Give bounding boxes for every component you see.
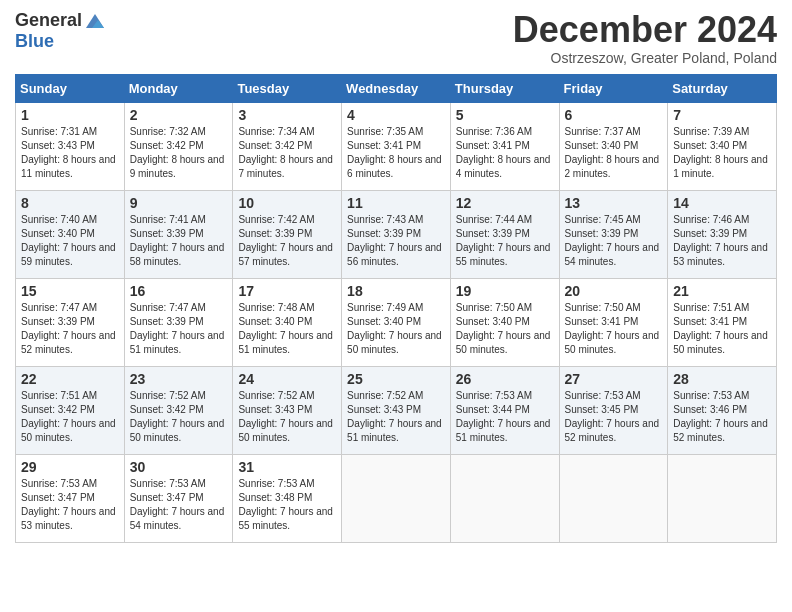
weekday-header: Wednesday (342, 74, 451, 102)
calendar-cell: 15Sunrise: 7:47 AMSunset: 3:39 PMDayligh… (16, 278, 125, 366)
weekday-header: Saturday (668, 74, 777, 102)
cell-details: Sunrise: 7:45 AMSunset: 3:39 PMDaylight:… (565, 213, 663, 269)
day-number: 20 (565, 283, 663, 299)
day-number: 21 (673, 283, 771, 299)
cell-details: Sunrise: 7:50 AMSunset: 3:40 PMDaylight:… (456, 301, 554, 357)
day-number: 16 (130, 283, 228, 299)
day-number: 15 (21, 283, 119, 299)
calendar-cell: 24Sunrise: 7:52 AMSunset: 3:43 PMDayligh… (233, 366, 342, 454)
cell-details: Sunrise: 7:53 AMSunset: 3:47 PMDaylight:… (21, 477, 119, 533)
day-number: 8 (21, 195, 119, 211)
cell-details: Sunrise: 7:48 AMSunset: 3:40 PMDaylight:… (238, 301, 336, 357)
month-title: December 2024 (513, 10, 777, 50)
calendar-table: SundayMondayTuesdayWednesdayThursdayFrid… (15, 74, 777, 543)
day-number: 19 (456, 283, 554, 299)
cell-details: Sunrise: 7:43 AMSunset: 3:39 PMDaylight:… (347, 213, 445, 269)
cell-details: Sunrise: 7:37 AMSunset: 3:40 PMDaylight:… (565, 125, 663, 181)
cell-details: Sunrise: 7:36 AMSunset: 3:41 PMDaylight:… (456, 125, 554, 181)
calendar-cell: 7Sunrise: 7:39 AMSunset: 3:40 PMDaylight… (668, 102, 777, 190)
calendar-cell: 18Sunrise: 7:49 AMSunset: 3:40 PMDayligh… (342, 278, 451, 366)
cell-details: Sunrise: 7:34 AMSunset: 3:42 PMDaylight:… (238, 125, 336, 181)
calendar-cell: 31Sunrise: 7:53 AMSunset: 3:48 PMDayligh… (233, 454, 342, 542)
calendar-week-row: 8Sunrise: 7:40 AMSunset: 3:40 PMDaylight… (16, 190, 777, 278)
cell-details: Sunrise: 7:47 AMSunset: 3:39 PMDaylight:… (130, 301, 228, 357)
title-block: December 2024 Ostrzeszow, Greater Poland… (513, 10, 777, 66)
day-number: 30 (130, 459, 228, 475)
calendar-cell: 27Sunrise: 7:53 AMSunset: 3:45 PMDayligh… (559, 366, 668, 454)
cell-details: Sunrise: 7:53 AMSunset: 3:46 PMDaylight:… (673, 389, 771, 445)
cell-details: Sunrise: 7:32 AMSunset: 3:42 PMDaylight:… (130, 125, 228, 181)
page-header: General Blue December 2024 Ostrzeszow, G… (15, 10, 777, 66)
weekday-header: Thursday (450, 74, 559, 102)
day-number: 6 (565, 107, 663, 123)
cell-details: Sunrise: 7:44 AMSunset: 3:39 PMDaylight:… (456, 213, 554, 269)
cell-details: Sunrise: 7:52 AMSunset: 3:42 PMDaylight:… (130, 389, 228, 445)
day-number: 26 (456, 371, 554, 387)
calendar-cell: 9Sunrise: 7:41 AMSunset: 3:39 PMDaylight… (124, 190, 233, 278)
day-number: 2 (130, 107, 228, 123)
calendar-cell: 5Sunrise: 7:36 AMSunset: 3:41 PMDaylight… (450, 102, 559, 190)
cell-details: Sunrise: 7:53 AMSunset: 3:47 PMDaylight:… (130, 477, 228, 533)
calendar-week-row: 22Sunrise: 7:51 AMSunset: 3:42 PMDayligh… (16, 366, 777, 454)
weekday-header: Sunday (16, 74, 125, 102)
calendar-cell (342, 454, 451, 542)
calendar-cell: 14Sunrise: 7:46 AMSunset: 3:39 PMDayligh… (668, 190, 777, 278)
calendar-cell: 11Sunrise: 7:43 AMSunset: 3:39 PMDayligh… (342, 190, 451, 278)
cell-details: Sunrise: 7:39 AMSunset: 3:40 PMDaylight:… (673, 125, 771, 181)
cell-details: Sunrise: 7:51 AMSunset: 3:41 PMDaylight:… (673, 301, 771, 357)
weekday-header: Monday (124, 74, 233, 102)
day-number: 28 (673, 371, 771, 387)
day-number: 7 (673, 107, 771, 123)
day-number: 22 (21, 371, 119, 387)
calendar-cell: 13Sunrise: 7:45 AMSunset: 3:39 PMDayligh… (559, 190, 668, 278)
weekday-header: Tuesday (233, 74, 342, 102)
cell-details: Sunrise: 7:40 AMSunset: 3:40 PMDaylight:… (21, 213, 119, 269)
calendar-cell: 26Sunrise: 7:53 AMSunset: 3:44 PMDayligh… (450, 366, 559, 454)
calendar-cell: 12Sunrise: 7:44 AMSunset: 3:39 PMDayligh… (450, 190, 559, 278)
weekday-header: Friday (559, 74, 668, 102)
cell-details: Sunrise: 7:53 AMSunset: 3:48 PMDaylight:… (238, 477, 336, 533)
calendar-cell: 30Sunrise: 7:53 AMSunset: 3:47 PMDayligh… (124, 454, 233, 542)
day-number: 14 (673, 195, 771, 211)
logo: General Blue (15, 10, 106, 52)
cell-details: Sunrise: 7:50 AMSunset: 3:41 PMDaylight:… (565, 301, 663, 357)
logo-blue: Blue (15, 31, 54, 51)
calendar-week-row: 1Sunrise: 7:31 AMSunset: 3:43 PMDaylight… (16, 102, 777, 190)
cell-details: Sunrise: 7:31 AMSunset: 3:43 PMDaylight:… (21, 125, 119, 181)
day-number: 4 (347, 107, 445, 123)
calendar-cell: 22Sunrise: 7:51 AMSunset: 3:42 PMDayligh… (16, 366, 125, 454)
calendar-cell: 20Sunrise: 7:50 AMSunset: 3:41 PMDayligh… (559, 278, 668, 366)
calendar-cell: 17Sunrise: 7:48 AMSunset: 3:40 PMDayligh… (233, 278, 342, 366)
calendar-cell (559, 454, 668, 542)
day-number: 3 (238, 107, 336, 123)
cell-details: Sunrise: 7:35 AMSunset: 3:41 PMDaylight:… (347, 125, 445, 181)
calendar-cell: 4Sunrise: 7:35 AMSunset: 3:41 PMDaylight… (342, 102, 451, 190)
day-number: 17 (238, 283, 336, 299)
calendar-cell: 21Sunrise: 7:51 AMSunset: 3:41 PMDayligh… (668, 278, 777, 366)
cell-details: Sunrise: 7:53 AMSunset: 3:45 PMDaylight:… (565, 389, 663, 445)
calendar-cell: 25Sunrise: 7:52 AMSunset: 3:43 PMDayligh… (342, 366, 451, 454)
logo-icon (84, 10, 106, 32)
cell-details: Sunrise: 7:49 AMSunset: 3:40 PMDaylight:… (347, 301, 445, 357)
day-number: 31 (238, 459, 336, 475)
day-number: 29 (21, 459, 119, 475)
calendar-cell (668, 454, 777, 542)
calendar-cell: 16Sunrise: 7:47 AMSunset: 3:39 PMDayligh… (124, 278, 233, 366)
day-number: 13 (565, 195, 663, 211)
day-number: 11 (347, 195, 445, 211)
day-number: 1 (21, 107, 119, 123)
cell-details: Sunrise: 7:47 AMSunset: 3:39 PMDaylight:… (21, 301, 119, 357)
calendar-cell: 28Sunrise: 7:53 AMSunset: 3:46 PMDayligh… (668, 366, 777, 454)
header-row: SundayMondayTuesdayWednesdayThursdayFrid… (16, 74, 777, 102)
calendar-cell: 29Sunrise: 7:53 AMSunset: 3:47 PMDayligh… (16, 454, 125, 542)
day-number: 9 (130, 195, 228, 211)
day-number: 5 (456, 107, 554, 123)
calendar-week-row: 29Sunrise: 7:53 AMSunset: 3:47 PMDayligh… (16, 454, 777, 542)
day-number: 18 (347, 283, 445, 299)
cell-details: Sunrise: 7:42 AMSunset: 3:39 PMDaylight:… (238, 213, 336, 269)
day-number: 10 (238, 195, 336, 211)
day-number: 23 (130, 371, 228, 387)
calendar-cell: 6Sunrise: 7:37 AMSunset: 3:40 PMDaylight… (559, 102, 668, 190)
calendar-cell: 3Sunrise: 7:34 AMSunset: 3:42 PMDaylight… (233, 102, 342, 190)
calendar-cell: 10Sunrise: 7:42 AMSunset: 3:39 PMDayligh… (233, 190, 342, 278)
